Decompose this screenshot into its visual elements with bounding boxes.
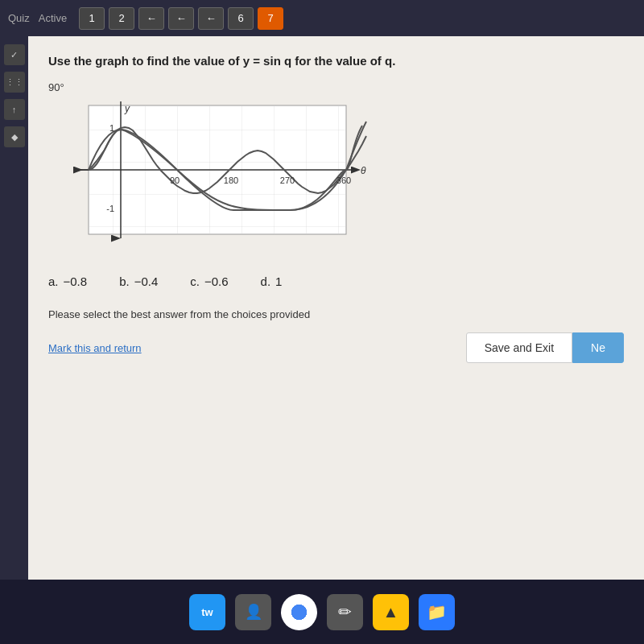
svg-text:180: 180: [224, 175, 238, 185]
svg-text:360: 360: [336, 175, 351, 185]
graph-container: 90 180 270 360 θ 1 -1 y: [48, 97, 370, 258]
sidebar-icon-1[interactable]: ✓: [4, 44, 25, 65]
choice-c-letter: c.: [190, 275, 200, 288]
angle-label: 90°: [48, 81, 624, 93]
bottom-action: Mark this and return Save and Exit Ne: [48, 332, 624, 363]
choice-b-letter: b.: [119, 275, 130, 288]
choice-b-value: −0.4: [134, 275, 159, 288]
sine-graph: 90 180 270 360 θ 1 -1 y: [48, 97, 370, 258]
choice-d-value: 1: [275, 275, 282, 288]
svg-text:90: 90: [170, 175, 180, 185]
sidebar-icon-4[interactable]: ◆: [4, 126, 25, 147]
svg-text:θ: θ: [361, 165, 366, 176]
save-exit-button[interactable]: Save and Exit: [466, 332, 572, 363]
left-sidebar: ✓ ⋮⋮ ↑ ◆: [0, 36, 28, 580]
choice-c-value: −0.6: [204, 275, 229, 288]
svg-text:y: y: [124, 103, 130, 114]
nav-btn-back-1[interactable]: ←: [138, 7, 164, 30]
nav-btn-7[interactable]: 7: [258, 7, 283, 30]
nav-btn-2[interactable]: 2: [109, 7, 134, 30]
choice-d-letter: d.: [261, 275, 271, 288]
active-label: Active: [39, 12, 67, 24]
main-content: Use the graph to find the value of y = s…: [28, 36, 644, 580]
choice-c[interactable]: c. −0.6: [190, 275, 228, 288]
next-button[interactable]: Ne: [572, 332, 624, 363]
answer-choices: a. −0.8 b. −0.4 c. −0.6 d. 1: [48, 275, 624, 288]
taskbar-tw-icon[interactable]: tw: [189, 594, 225, 630]
taskbar-pencil-icon[interactable]: ✏: [327, 594, 363, 630]
svg-text:-1: -1: [106, 204, 114, 213]
choice-a-letter: a.: [48, 275, 59, 288]
sidebar-icon-3[interactable]: ↑: [4, 99, 25, 120]
taskbar-folder-icon[interactable]: 📁: [419, 594, 455, 630]
svg-text:270: 270: [280, 175, 295, 185]
nav-btn-back-2[interactable]: ←: [168, 7, 194, 30]
choice-a-value: −0.8: [64, 275, 88, 288]
top-bar: Quiz Active 1 2 ← ← ← 6 7: [0, 0, 644, 36]
svg-text:1: 1: [109, 123, 114, 133]
taskbar-chrome-icon[interactable]: [281, 594, 317, 630]
taskbar-person-icon[interactable]: 👤: [235, 594, 271, 630]
instruction-text: Please select the best answer from the c…: [48, 308, 624, 320]
choice-b[interactable]: b. −0.4: [119, 275, 158, 288]
action-buttons: Save and Exit Ne: [466, 332, 624, 363]
quiz-label: Quiz: [8, 12, 30, 24]
question-text: Use the graph to find the value of y = s…: [48, 52, 624, 69]
nav-btn-back-3[interactable]: ←: [198, 7, 224, 30]
nav-btn-6[interactable]: 6: [228, 7, 254, 30]
choice-a[interactable]: a. −0.8: [48, 275, 87, 288]
sidebar-icon-2[interactable]: ⋮⋮: [4, 72, 25, 93]
taskbar-triangle-icon[interactable]: ▲: [373, 594, 409, 630]
choice-d[interactable]: d. 1: [261, 275, 283, 288]
mark-return-link[interactable]: Mark this and return: [48, 342, 142, 354]
taskbar: tw 👤 ✏ ▲ 📁: [0, 580, 644, 644]
nav-btn-1[interactable]: 1: [79, 7, 105, 30]
